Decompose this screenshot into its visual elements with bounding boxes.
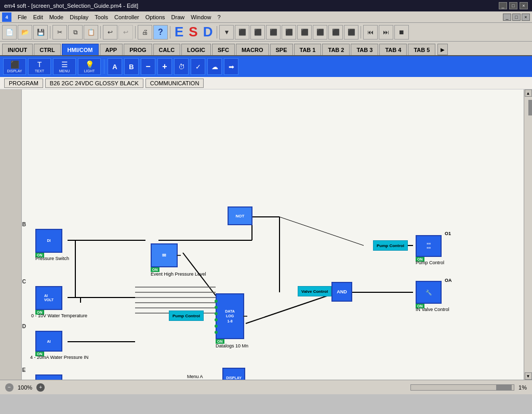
tb-icon3[interactable]: ⬛ xyxy=(250,25,265,40)
tb-icon4[interactable]: ⬛ xyxy=(266,25,281,40)
tab-tab5[interactable]: TAB 5 xyxy=(408,44,435,55)
st-arrow-btn[interactable]: ➡ xyxy=(224,58,238,75)
st-a-btn[interactable]: A xyxy=(108,58,122,75)
and-block[interactable]: AND xyxy=(331,282,352,302)
tab-scroll-right[interactable]: ▶ xyxy=(437,44,448,55)
tab-ctrl[interactable]: CTRL xyxy=(34,44,60,55)
st-b-btn[interactable]: B xyxy=(124,58,139,75)
scroll-thumb[interactable] xyxy=(528,100,533,115)
menu-tools[interactable]: Tools xyxy=(91,13,111,21)
redo-btn[interactable]: ↩ xyxy=(118,25,133,40)
bc-device[interactable]: B26 2GC 24VDC GLOSSY BLACK xyxy=(45,79,143,88)
st-text-btn[interactable]: T TEXT xyxy=(28,58,51,75)
menu-options[interactable]: Options xyxy=(142,13,168,21)
tab-tab3[interactable]: TAB 3 xyxy=(351,44,378,55)
menu-mode[interactable]: Mode xyxy=(46,13,67,21)
pump-control-cyan[interactable]: Pump Control xyxy=(169,310,204,321)
st-cloud-btn[interactable]: ☁ xyxy=(207,58,222,75)
id-block[interactable]: AI xyxy=(35,331,62,352)
pump-control-right-cyan[interactable]: Pump Control xyxy=(373,240,408,251)
scroll-down-btn[interactable]: ▼ xyxy=(525,372,532,380)
st-minus-btn[interactable]: − xyxy=(141,58,155,75)
close-btn[interactable]: × xyxy=(520,2,528,9)
s-btn[interactable]: S xyxy=(187,25,200,40)
st-check-btn[interactable]: ✓ xyxy=(191,58,205,75)
menu-help[interactable]: ? xyxy=(214,13,223,21)
tb-icon9[interactable]: ⬛ xyxy=(344,25,358,40)
oa-block[interactable]: 🔧 xyxy=(416,281,442,304)
tab-in-out[interactable]: IN/OUT xyxy=(2,44,33,55)
o1-block[interactable]: ≡≡≡≡ xyxy=(416,235,442,257)
minimize-btn[interactable]: _ xyxy=(499,2,507,9)
tb-icon11[interactable]: ⏭ xyxy=(379,25,393,40)
menu-min-btn[interactable]: _ xyxy=(503,14,511,21)
menu-max-btn[interactable]: □ xyxy=(512,14,521,21)
dot6 xyxy=(215,331,218,334)
st-clock-btn[interactable]: ⏱ xyxy=(174,58,189,75)
secondary-toolbar: ⬛ DISPLAY T TEXT ☰ MENU 💡 LIGHT A B − + … xyxy=(0,56,532,77)
oa-label: OA xyxy=(445,278,452,283)
paste-btn[interactable]: 📋 xyxy=(84,25,98,40)
tab-tab4[interactable]: TAB 4 xyxy=(379,44,407,55)
tb-icon1[interactable]: ▼ xyxy=(219,25,234,40)
tab-prog[interactable]: PROG xyxy=(124,44,152,55)
st-plus-btn[interactable]: + xyxy=(157,58,172,75)
tb-icon5[interactable]: ⬛ xyxy=(282,25,296,40)
zoom-in-btn[interactable]: + xyxy=(36,383,45,392)
d-btn[interactable]: D xyxy=(201,25,215,40)
tb-icon7[interactable]: ⬛ xyxy=(313,25,327,40)
menu-display[interactable]: Display xyxy=(66,13,91,21)
menu-window[interactable]: Window xyxy=(188,13,214,21)
save-btn[interactable]: 💾 xyxy=(33,25,48,40)
title-bar: em4 soft - [screen_shot_Selection_Guide.… xyxy=(0,0,532,11)
tb-icon12[interactable]: ⏹ xyxy=(394,25,409,40)
menu-draw[interactable]: Draw xyxy=(168,13,188,21)
not-block[interactable]: NOT xyxy=(228,206,252,225)
event-block[interactable]: ✉ xyxy=(151,243,178,267)
zoom-out-btn[interactable]: − xyxy=(5,383,14,392)
h-scroll-thumb[interactable] xyxy=(496,385,512,390)
st-display-btn[interactable]: ⬛ DISPLAY xyxy=(3,58,26,75)
ic-block[interactable]: AIVOLT xyxy=(35,286,62,310)
tab-sfc[interactable]: SFC xyxy=(212,44,235,55)
canvas-area[interactable]: DI ON IB Pressure Switch AIVOLT ON IC 0 … xyxy=(0,89,524,380)
cut-btn[interactable]: ✂ xyxy=(52,25,67,40)
tab-calc[interactable]: CALC xyxy=(153,44,181,55)
tab-tab1[interactable]: TAB 1 xyxy=(294,44,322,55)
undo-btn[interactable]: ↩ xyxy=(103,25,117,40)
ie-block[interactable]: AI xyxy=(35,374,62,380)
print-btn[interactable]: 🖨 xyxy=(138,25,152,40)
menu-controller[interactable]: Controller xyxy=(111,13,142,21)
tab-spe[interactable]: SPE xyxy=(270,44,293,55)
bc-program[interactable]: PROGRAM xyxy=(4,79,43,88)
horizontal-scrollbar[interactable] xyxy=(410,384,514,391)
tab-macro[interactable]: MACRO xyxy=(236,44,269,55)
menu-a-label: Menu A xyxy=(187,374,203,379)
open-btn[interactable]: 📂 xyxy=(18,25,32,40)
valve-control-cyan[interactable]: Valve Control xyxy=(298,286,331,296)
tb-icon2[interactable]: ⬛ xyxy=(235,25,249,40)
st-light-btn[interactable]: 💡 LIGHT xyxy=(78,58,101,75)
menu-close-btn[interactable]: × xyxy=(522,14,530,21)
maximize-btn[interactable]: □ xyxy=(509,2,517,9)
tb-icon8[interactable]: ⬛ xyxy=(328,25,343,40)
ib-block[interactable]: DI xyxy=(35,229,62,253)
help-question-btn[interactable]: ? xyxy=(153,25,168,40)
display-block[interactable]: DISPLAY xyxy=(222,368,245,380)
copy-btn[interactable]: ⧉ xyxy=(68,25,83,40)
tab-logic[interactable]: LOGIC xyxy=(181,44,211,55)
tb-icon6[interactable]: ⬛ xyxy=(297,25,312,40)
tab-hmi-com[interactable]: HMI/COM xyxy=(62,44,99,55)
scroll-up-btn[interactable]: ▲ xyxy=(525,89,532,97)
e-btn[interactable]: E xyxy=(172,25,185,40)
menu-edit[interactable]: Edit xyxy=(30,13,46,21)
new-btn[interactable]: 📄 xyxy=(2,25,17,40)
tb-icon10[interactable]: ⏮ xyxy=(363,25,378,40)
bc-communication[interactable]: COMMUNICATION xyxy=(145,79,204,88)
menu-file[interactable]: File xyxy=(15,13,30,21)
tab-tab2[interactable]: TAB 2 xyxy=(322,44,350,55)
tab-app[interactable]: APP xyxy=(100,44,123,55)
st-menu-btn[interactable]: ☰ MENU xyxy=(53,58,76,75)
datalog-block[interactable]: DATALOG1-8 xyxy=(216,293,244,339)
menu-bar: 4 File Edit Mode Display Tools Controlle… xyxy=(0,11,532,23)
